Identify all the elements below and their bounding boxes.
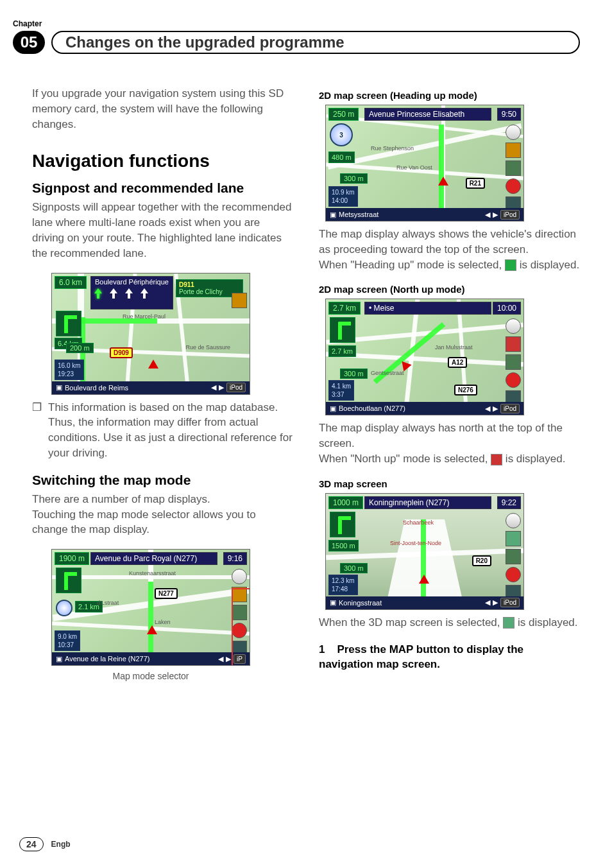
compass-button[interactable] [506,318,521,334]
heading-up-body: The map display always shows the vehicle… [319,227,580,257]
north-up-body-2: When "North up" mode is selected, is dis… [319,451,580,467]
map-side-button[interactable] [506,161,521,176]
street-label: Sint-Joost-ten-Node [390,540,441,546]
mode-selector-map-screenshot: 1900 m Avenue du Parc Royal (N277) 9:16 … [51,549,250,666]
map-mode-button[interactable] [506,531,521,546]
trip-stats: 4.1 km3:37 [328,380,354,401]
left-column: If you upgrade your navigation system us… [32,86,293,682]
lane-arrow-icon [126,288,132,299]
chapter-label: Chapter [13,19,580,28]
switch-mode-heading: Switching the map mode [32,473,293,488]
road-shield: N276 [454,385,477,395]
map-top-title: Avenue Princesse Elisabeth [364,108,491,121]
road-shield: R21 [466,178,485,189]
map-bottom-bar: ▣Koningsstraat ◀▶iPod [326,596,523,609]
map-mode-icon[interactable] [232,293,247,308]
chapter-number-badge: 05 [13,31,45,54]
map-bottom-bar: ▣Avenue de la Reine (N277) ◀▶iP [52,652,250,665]
current-street: Avenue de la Reine (N277) [65,655,150,663]
map-top-time: 9:16 [223,552,247,565]
street-label: Rue de Saussure [185,344,230,351]
switch-body-2: Touching the map mode selector allows yo… [32,507,293,538]
current-street: Boulevard de Reims [65,384,128,392]
lane-title: Boulevard Périphérique [95,278,169,286]
distance-pill: 300 m [340,173,368,184]
heading-up-map-screenshot: 250 m Avenue Princesse Elisabeth 9:50 3 … [325,105,524,221]
map-top-time: 10:00 [493,302,521,315]
signpost-map-screenshot: 6.0 km Boulevard Périphérique D911 Porte… [51,273,250,395]
intro-text: If you upgrade your navigation system us… [32,86,293,132]
map-top-distance: 250 m [328,108,359,121]
page-title: Changes on the upgraded programme [51,31,580,54]
map-top-distance: 6.0 km [55,276,87,289]
signpost-heading: Signpost and recommended lane [32,180,293,196]
map-side-button[interactable] [232,605,247,620]
map-mode-button[interactable] [506,143,521,158]
map-mode-button[interactable] [506,336,521,352]
compass-button[interactable] [232,569,247,584]
ipod-label: iP [234,654,246,664]
record-button[interactable] [506,178,521,194]
map-3d-screenshot: 1000 m Koninginneplein (N277) 9:22 1500 … [325,493,524,610]
map-side-button[interactable] [506,354,521,370]
street-label: Jan Mulsstraat [435,344,473,351]
turn-arrow-icon [56,311,81,336]
chapter-header: 05 Changes on the upgraded programme [13,31,580,54]
map-top-title: Koninginneplein (N277) [364,496,491,509]
lane-arrow-icon [110,288,117,299]
map-mode-button[interactable] [232,587,247,602]
compass-icon [56,600,72,616]
map-sub-distance: 2.7 km [328,345,356,357]
lane-arrow-icon [141,288,148,299]
trip-stats: 16.0 km19:23 [55,360,84,380]
selector-caption: Map mode selector [51,671,250,681]
map-top-distance: 1900 m [55,552,89,565]
distance-pill: 200 m [66,343,94,353]
heading-up-mode-icon [505,259,516,271]
north-up-mode-icon [491,454,502,465]
record-button[interactable] [506,567,521,582]
signpost-note: This information is based on the map dat… [48,400,293,461]
right-column: 2D map screen (Heading up mode) 250 m Av… [319,86,580,682]
map-side-button[interactable] [506,549,521,564]
map-top-distance: 2.7 km [328,302,361,315]
north-up-body: The map display always has north at the … [319,421,580,451]
road-shield: R20 [472,555,491,566]
turn-arrow-icon [56,568,81,593]
road-shield: D909 [110,347,133,358]
ipod-label: iPod [500,210,520,220]
map-3d-mode-icon [503,617,514,629]
trip-stats: 9.0 km10:37 [55,630,80,651]
map-sub-distance: 1500 m [328,540,359,551]
language-code: Engb [51,840,71,849]
map-3d-body: When the 3D map screen is selected, is d… [319,615,580,630]
street-label: Rue Marcel-Paul [123,313,166,320]
map-top-distance: 1000 m [328,496,363,509]
map-3d-label: 3D map screen [319,478,580,489]
compass-icon: 3 [330,123,353,146]
map-bottom-bar: ▣Boechoutlaan (N277) ◀▶iPod [326,402,523,415]
road-shield: A12 [448,357,467,368]
street-label: Schaarbeek [403,519,434,526]
trip-stats: 12.3 km17:48 [328,575,358,595]
map-top-title: • Meise [364,302,491,315]
current-street: Koningsstraat [339,599,382,607]
map-sub-distance: 480 m [328,152,355,163]
turn-arrow-icon [330,317,355,343]
signpost-body: Signposts will appear together with the … [32,200,293,261]
trip-stats: 10.9 km14:00 [328,186,358,207]
heading-up-body-2: When "Heading up" mode is selected, is d… [319,257,580,273]
road-shield: N277 [155,588,178,599]
switch-body-1: There are a number of map displays. [32,492,293,507]
compass-button[interactable] [506,125,521,140]
north-up-map-screenshot: 2.7 km • Meise 10:00 2.7 km Jan Mulsstra… [325,299,524,415]
compass-button[interactable] [506,513,521,528]
current-street: Metsysstraat [339,211,378,218]
map-top-time: 9:22 [497,496,521,509]
record-button[interactable] [506,372,521,388]
street-label: Laken [155,619,171,625]
record-button[interactable] [232,623,247,638]
ipod-label: iPod [500,598,520,607]
map-bottom-bar: ▣Boulevard de Reims ◀▶iPod [52,381,250,394]
map-top-title: Avenue du Parc Royal (N277) [90,552,217,565]
